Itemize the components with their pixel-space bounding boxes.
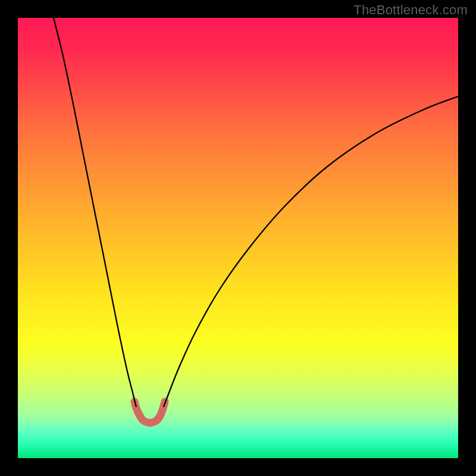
curve-layer (18, 18, 458, 458)
plot-frame (18, 18, 458, 458)
watermark-text: TheBottleneck.com (353, 2, 468, 18)
right-arm (164, 96, 458, 407)
trough-highlight (134, 402, 165, 423)
left-arm (54, 18, 136, 407)
